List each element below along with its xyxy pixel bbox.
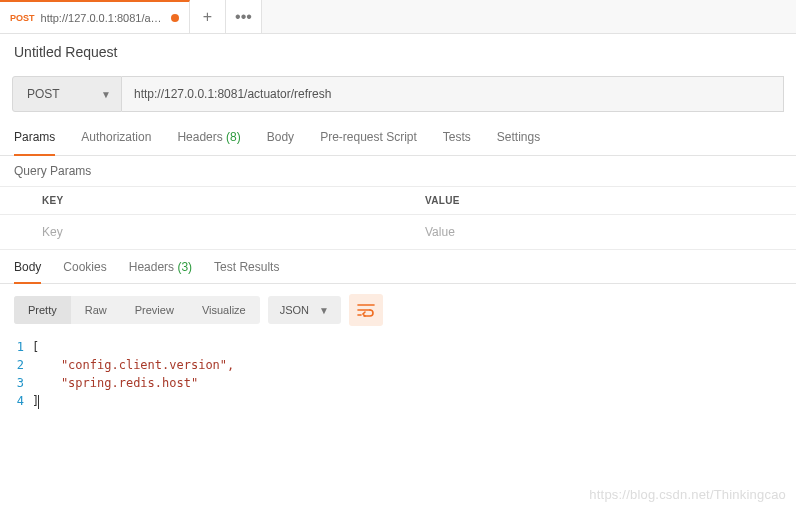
- view-preview[interactable]: Preview: [121, 296, 188, 324]
- request-tab[interactable]: POST http://127.0.0.1:8081/actuator...: [0, 0, 190, 33]
- query-params-title: Query Params: [0, 156, 796, 187]
- view-mode-group: Pretty Raw Preview Visualize: [14, 296, 260, 324]
- key-placeholder[interactable]: Key: [30, 215, 413, 249]
- tab-actions-button[interactable]: •••: [226, 0, 262, 33]
- resp-headers-label: Headers: [129, 260, 174, 274]
- tab-params[interactable]: Params: [14, 130, 55, 156]
- response-tabs: Body Cookies Headers (3) Test Results: [0, 249, 796, 284]
- ellipsis-icon: •••: [235, 8, 252, 26]
- tab-settings[interactable]: Settings: [497, 130, 540, 155]
- dirty-indicator-icon: [171, 14, 179, 22]
- resp-tab-body[interactable]: Body: [14, 260, 41, 284]
- tab-headers-label: Headers: [177, 130, 222, 144]
- format-select[interactable]: JSON ▼: [268, 296, 341, 324]
- tab-prerequest[interactable]: Pre-request Script: [320, 130, 417, 155]
- col-value: VALUE: [413, 187, 796, 214]
- resp-tab-test-results[interactable]: Test Results: [214, 260, 279, 283]
- resp-tab-cookies[interactable]: Cookies: [63, 260, 106, 283]
- view-visualize[interactable]: Visualize: [188, 296, 260, 324]
- resp-tab-headers[interactable]: Headers (3): [129, 260, 192, 283]
- chevron-down-icon: ▼: [319, 305, 329, 316]
- format-value: JSON: [280, 304, 309, 316]
- plus-icon: +: [203, 8, 212, 26]
- resp-headers-count-badge: (3): [177, 260, 192, 274]
- code-area[interactable]: [ "config.client.version", "spring.redis…: [32, 338, 796, 410]
- response-editor[interactable]: 1 2 3 4 [ "config.client.version", "spri…: [0, 336, 796, 420]
- value-placeholder[interactable]: Value: [413, 215, 796, 249]
- tab-authorization[interactable]: Authorization: [81, 130, 151, 155]
- view-pretty[interactable]: Pretty: [14, 296, 71, 324]
- method-select[interactable]: POST ▼: [12, 76, 122, 112]
- chevron-down-icon: ▼: [101, 89, 111, 100]
- url-row: POST ▼: [0, 72, 796, 112]
- col-key: KEY: [30, 187, 413, 214]
- url-input[interactable]: [122, 76, 784, 112]
- watermark: https://blog.csdn.net/Thinkingcao: [589, 487, 786, 502]
- new-tab-button[interactable]: +: [190, 0, 226, 33]
- wrap-icon: [357, 303, 375, 317]
- request-title: Untitled Request: [0, 34, 796, 72]
- view-bar: Pretty Raw Preview Visualize JSON ▼: [0, 284, 796, 336]
- line-gutter: 1 2 3 4: [0, 338, 32, 410]
- params-new-row[interactable]: Key Value: [0, 215, 796, 249]
- tab-label: http://127.0.0.1:8081/actuator...: [41, 12, 165, 24]
- tab-tests[interactable]: Tests: [443, 130, 471, 155]
- headers-count-badge: (8): [226, 130, 241, 144]
- tab-bar: POST http://127.0.0.1:8081/actuator... +…: [0, 0, 796, 34]
- method-select-value: POST: [27, 87, 60, 101]
- view-raw[interactable]: Raw: [71, 296, 121, 324]
- params-header: KEY VALUE: [0, 187, 796, 215]
- method-badge: POST: [10, 13, 35, 23]
- tab-body[interactable]: Body: [267, 130, 294, 155]
- wrap-lines-button[interactable]: [349, 294, 383, 326]
- request-tabs: Params Authorization Headers (8) Body Pr…: [0, 112, 796, 156]
- tab-headers[interactable]: Headers (8): [177, 130, 240, 155]
